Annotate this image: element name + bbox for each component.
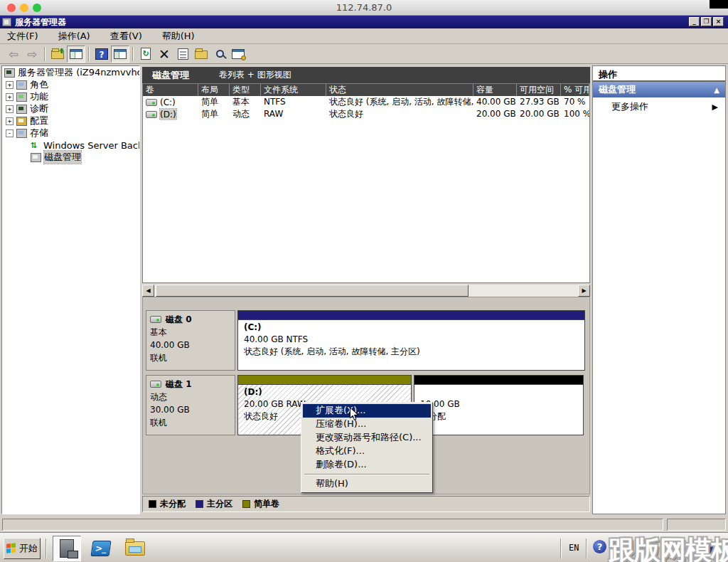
status-bar bbox=[0, 516, 728, 532]
submenu-arrow-icon: ▶ bbox=[712, 102, 718, 112]
delete-icon[interactable]: ✕ bbox=[155, 46, 173, 63]
tree-item-storage[interactable]: - 存储 bbox=[2, 127, 139, 139]
pane-header: 磁盘管理 卷列表 + 图形视图 bbox=[142, 67, 590, 83]
properties-icon[interactable] bbox=[173, 46, 192, 63]
diagnostics-icon bbox=[16, 105, 27, 114]
pane-title: 磁盘管理 bbox=[152, 69, 189, 82]
taskbar-divider bbox=[586, 539, 587, 558]
remote-title-bar: 112.74.87.0 bbox=[0, 0, 728, 16]
menu-item-extend-volume[interactable]: 扩展卷(X)... bbox=[303, 404, 431, 418]
scrollbar-thumb[interactable] bbox=[156, 285, 469, 297]
col-free-space[interactable]: 可用空间 bbox=[517, 84, 561, 96]
expand-icon[interactable]: + bbox=[6, 81, 14, 89]
console-tree-toggle-icon[interactable] bbox=[67, 46, 85, 63]
forward-icon[interactable]: ⇨ bbox=[23, 46, 41, 63]
legend-swatch bbox=[149, 500, 156, 508]
mouse-cursor bbox=[348, 407, 360, 421]
actions-panel: 操作 磁盘管理 ▲ 更多操作 ▶ bbox=[592, 65, 726, 514]
unallocated-space[interactable]: 10.00 GB 未分配 bbox=[414, 375, 584, 435]
col-volume[interactable]: 卷 bbox=[143, 84, 198, 96]
col-filesystem[interactable]: 文件系统 bbox=[261, 84, 326, 96]
menu-item-change-drive-letter[interactable]: 更改驱动器号和路径(C)... bbox=[303, 431, 431, 445]
search-icon[interactable] bbox=[210, 46, 229, 63]
window-title: 服务器管理器 bbox=[15, 16, 66, 28]
partition-color-strip bbox=[238, 376, 411, 385]
scroll-left-icon[interactable]: ◀ bbox=[142, 285, 154, 297]
roles-icon bbox=[16, 80, 27, 90]
tray-help-icon[interactable]: ? bbox=[593, 540, 606, 553]
taskbar-powershell-icon[interactable]: >_ bbox=[87, 536, 115, 561]
volume-row-d[interactable]: (D:) 简单 动态 RAW 状态良好 20.00 GB 20.00 GB 10… bbox=[143, 108, 589, 120]
menu-item-shrink-volume[interactable]: 压缩卷(H)... bbox=[303, 418, 431, 431]
legend-swatch bbox=[242, 500, 250, 508]
menu-item-format[interactable]: 格式化(F)... bbox=[303, 445, 431, 458]
start-button[interactable]: 开始 bbox=[4, 538, 41, 559]
close-icon[interactable]: × bbox=[713, 17, 724, 26]
taskbar-divider bbox=[46, 539, 47, 558]
language-indicator[interactable]: EN bbox=[569, 543, 579, 553]
partition-color-strip bbox=[414, 376, 583, 385]
partition-color-strip bbox=[238, 311, 584, 320]
col-type[interactable]: 类型 bbox=[230, 84, 261, 96]
features-icon bbox=[16, 92, 27, 102]
partition-c[interactable]: (C:) 40.00 GB NTFS 状态良好 (系统, 启动, 活动, 故障转… bbox=[237, 310, 585, 371]
open-folder-icon[interactable] bbox=[192, 46, 210, 63]
menu-item-help[interactable]: 帮助(H) bbox=[303, 477, 431, 491]
backup-icon: ⇅ bbox=[31, 141, 41, 150]
volume-list-header: 卷 布局 类型 文件系统 状态 容量 可用空间 % 可用 bbox=[143, 84, 589, 96]
col-status[interactable]: 状态 bbox=[326, 84, 473, 96]
refresh-icon[interactable]: ↻ bbox=[136, 46, 155, 63]
help-icon[interactable]: ? bbox=[92, 46, 111, 63]
legend-bar: 未分配 主分区 简单卷 bbox=[142, 496, 590, 512]
collapse-caret-icon[interactable]: ▲ bbox=[714, 86, 719, 94]
taskbar-explorer-icon[interactable] bbox=[121, 536, 149, 561]
menu-help[interactable]: 帮助(H) bbox=[162, 30, 195, 43]
storage-icon bbox=[16, 129, 27, 138]
menu-separator bbox=[304, 474, 429, 475]
toolbar-separator bbox=[132, 47, 134, 61]
menu-file[interactable]: 文件(F) bbox=[7, 30, 38, 43]
tree-root-server-manager[interactable]: 服务器管理器 (iZ94nzmvvhcZ) bbox=[2, 67, 139, 78]
tree-item-features[interactable]: + 功能 bbox=[2, 91, 139, 102]
actions-section-disk-management[interactable]: 磁盘管理 ▲ bbox=[593, 82, 725, 97]
disk-management-icon bbox=[31, 153, 41, 162]
expand-icon[interactable]: + bbox=[6, 105, 14, 113]
back-icon[interactable]: ⇦ bbox=[4, 46, 23, 63]
toolbar-separator bbox=[44, 47, 46, 61]
up-folder-icon[interactable]: ⬆ bbox=[48, 46, 67, 63]
server-icon bbox=[4, 68, 15, 78]
window-title-bar[interactable]: 服务器管理器 _ ❐ × bbox=[0, 16, 728, 28]
menu-item-delete-volume[interactable]: 删除卷(D)... bbox=[303, 458, 431, 472]
collapse-icon[interactable]: - bbox=[6, 129, 14, 137]
watermark-text: 跟版网模板 bbox=[609, 533, 728, 562]
scroll-right-icon[interactable]: ▶ bbox=[578, 285, 590, 297]
legend-simple-volume: 简单卷 bbox=[242, 498, 279, 510]
volume-icon bbox=[146, 111, 157, 118]
col-layout[interactable]: 布局 bbox=[198, 84, 230, 96]
disk-1-info[interactable]: 磁盘 1 动态 30.00 GB 联机 bbox=[146, 375, 235, 435]
disk-0-info[interactable]: 磁盘 0 基本 40.00 GB 联机 bbox=[146, 310, 235, 371]
menu-action[interactable]: 操作(A) bbox=[58, 30, 90, 43]
expand-icon[interactable]: + bbox=[6, 93, 14, 101]
taskbar: 开始 >_ EN ? 跟版网模板 bbox=[0, 532, 728, 562]
col-capacity[interactable]: 容量 bbox=[473, 84, 517, 96]
console-settings-icon[interactable] bbox=[229, 46, 247, 63]
menu-view[interactable]: 查看(V) bbox=[110, 30, 142, 43]
tree-item-windows-server-backup[interactable]: ⇅ Windows Server Backup bbox=[2, 139, 139, 151]
expand-icon[interactable]: + bbox=[6, 117, 14, 125]
minimize-icon[interactable]: _ bbox=[689, 17, 700, 26]
tree-item-diagnostics[interactable]: + 诊断 bbox=[2, 103, 139, 115]
volume-row-c[interactable]: (C:) 简单 基本 NTFS 状态良好 (系统, 启动, 活动, 故障转储, … bbox=[143, 96, 589, 108]
actions-title: 操作 bbox=[593, 66, 725, 82]
restore-icon[interactable]: ❐ bbox=[701, 17, 712, 26]
col-percent-free[interactable]: % 可用 bbox=[561, 84, 589, 96]
menu-bar: 文件(F) 操作(A) 查看(V) 帮助(H) bbox=[0, 28, 728, 44]
horizontal-scrollbar[interactable]: ◀ ▶ bbox=[142, 285, 590, 297]
more-actions-item[interactable]: 更多操作 ▶ bbox=[593, 97, 725, 116]
tree-item-roles[interactable]: + 角色 bbox=[2, 79, 139, 90]
taskbar-server-manager-icon[interactable] bbox=[53, 536, 81, 561]
action-pane-toggle-icon[interactable] bbox=[111, 46, 129, 63]
status-cell bbox=[667, 519, 726, 531]
tree-item-configuration[interactable]: + 配置 bbox=[2, 115, 139, 127]
tree-item-disk-management[interactable]: 磁盘管理 bbox=[2, 152, 139, 163]
